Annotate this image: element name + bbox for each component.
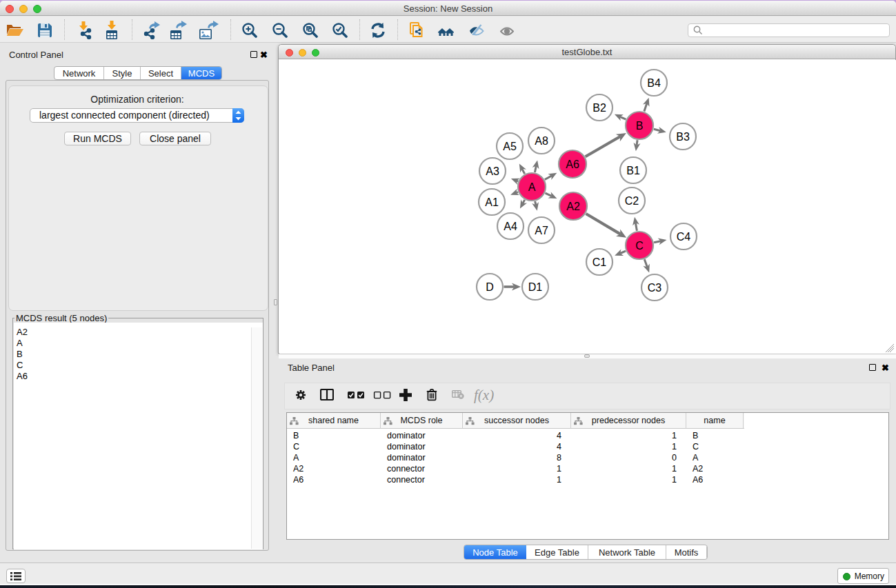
svg-text:D: D [486, 281, 494, 293]
svg-text:C1: C1 [593, 256, 607, 268]
svg-text:B: B [636, 120, 644, 132]
svg-text:A3: A3 [486, 165, 499, 177]
svg-text:B4: B4 [647, 77, 661, 89]
svg-text:A2: A2 [566, 201, 580, 212]
svg-text:C2: C2 [625, 195, 639, 207]
svg-text:A4: A4 [504, 221, 517, 232]
svg-text:A7: A7 [535, 225, 548, 236]
svg-text:C4: C4 [677, 231, 691, 243]
svg-text:A5: A5 [503, 141, 517, 152]
svg-text:A: A [528, 181, 536, 193]
svg-text:B2: B2 [593, 102, 606, 114]
svg-text:D1: D1 [528, 281, 543, 293]
svg-text:C: C [635, 240, 644, 252]
svg-text:C3: C3 [648, 282, 662, 294]
svg-text:A6: A6 [566, 159, 579, 170]
svg-text:A8: A8 [535, 135, 548, 147]
svg-text:B3: B3 [676, 131, 690, 143]
svg-text:A1: A1 [485, 196, 499, 208]
svg-text:B1: B1 [626, 165, 640, 176]
